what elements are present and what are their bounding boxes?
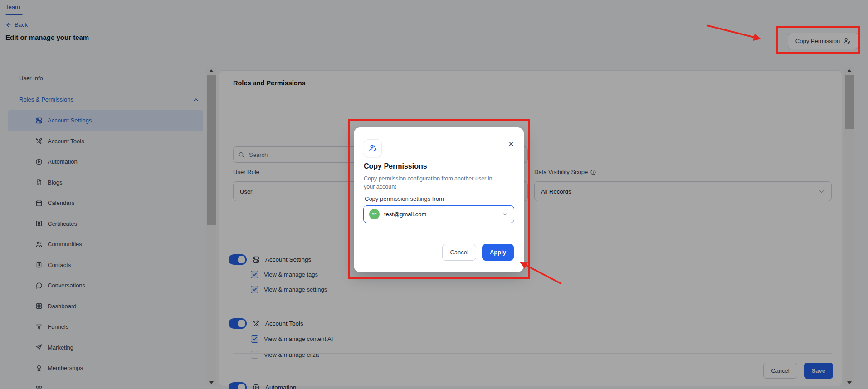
user-avatar: TE [369, 209, 380, 219]
user-arrow-icon [368, 144, 377, 153]
modal-apply-button[interactable]: Apply [482, 244, 514, 261]
modal-icon-box [364, 139, 382, 157]
close-icon[interactable]: × [508, 139, 514, 148]
copy-from-select[interactable]: TE test@gmail.com [363, 205, 514, 223]
copy-from-label: Copy permission settings from [365, 195, 444, 202]
team-edit-page: Team Back Edit or manage your team Copy … [0, 0, 868, 389]
modal-footer: Cancel Apply [442, 244, 514, 261]
selected-user-email: test@gmail.com [384, 211, 426, 218]
modal-description: Copy permission configuration from anoth… [364, 175, 500, 191]
chevron-down-icon [502, 211, 508, 218]
modal-title: Copy Permissions [364, 162, 427, 170]
copy-permissions-modal: × Copy Permissions Copy permission confi… [354, 127, 524, 272]
modal-cancel-button[interactable]: Cancel [442, 244, 476, 261]
